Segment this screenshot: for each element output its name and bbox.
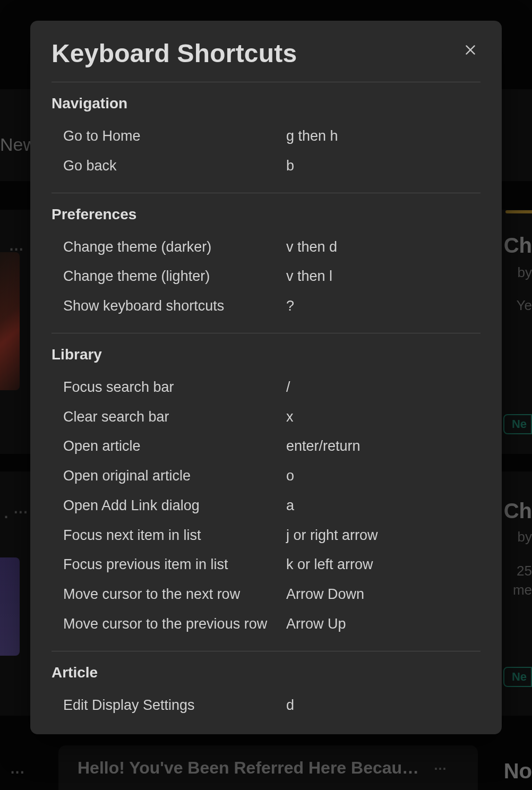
shortcut-keys: v then d xyxy=(286,238,480,256)
shortcut-action: Open Add Link dialog xyxy=(63,497,286,515)
shortcut-action: Focus search bar xyxy=(63,379,286,397)
shortcut-keys: j or right arrow xyxy=(286,527,480,545)
shortcut-row: Move cursor to the next row Arrow Down xyxy=(52,580,480,609)
shortcut-keys: o xyxy=(286,467,480,485)
shortcut-keys: k or left arrow xyxy=(286,556,480,574)
shortcut-action: Clear search bar xyxy=(63,408,286,426)
section-title: Navigation xyxy=(52,95,480,112)
shortcut-action: Edit Display Settings xyxy=(63,697,286,715)
shortcut-row: Open Add Link dialog a xyxy=(52,491,480,521)
section-navigation: Navigation Go to Home g then h Go back b xyxy=(52,82,480,193)
shortcut-row: Go back b xyxy=(52,151,480,181)
shortcut-keys: / xyxy=(286,379,480,397)
shortcut-keys: ? xyxy=(286,297,480,315)
shortcut-keys: b xyxy=(286,157,480,175)
shortcut-row: Change theme (lighter) v then l xyxy=(52,262,480,291)
section-library: Library Focus search bar / Clear search … xyxy=(52,333,480,651)
shortcut-row: Show keyboard shortcuts ? xyxy=(52,291,480,321)
shortcut-action: Show keyboard shortcuts xyxy=(63,297,286,315)
shortcut-row: Change theme (darker) v then d xyxy=(52,233,480,262)
shortcut-action: Go back xyxy=(63,157,286,175)
shortcut-action: Change theme (darker) xyxy=(63,238,286,256)
shortcut-row: Clear search bar x xyxy=(52,402,480,432)
shortcut-action: Focus next item in list xyxy=(63,527,286,545)
dialog-title: Keyboard Shortcuts xyxy=(52,39,297,68)
keyboard-shortcuts-dialog: Keyboard Shortcuts Navigation Go to Home… xyxy=(30,21,502,734)
shortcut-row: Edit Display Settings d xyxy=(52,691,480,720)
section-preferences: Preferences Change theme (darker) v then… xyxy=(52,193,480,333)
shortcut-row: Open original article o xyxy=(52,461,480,491)
shortcut-keys: v then l xyxy=(286,268,480,286)
shortcut-row: Move cursor to the previous row Arrow Up xyxy=(52,609,480,639)
shortcut-action: Open article xyxy=(63,437,286,456)
shortcut-row: Focus search bar / xyxy=(52,373,480,402)
shortcut-action: Move cursor to the previous row xyxy=(63,615,286,633)
shortcut-action: Open original article xyxy=(63,467,286,485)
shortcut-keys: g then h xyxy=(286,127,480,145)
section-article: Article Edit Display Settings d xyxy=(52,651,480,732)
shortcut-row: Focus next item in list j or right arrow xyxy=(52,521,480,551)
shortcut-keys: d xyxy=(286,697,480,715)
shortcut-keys: Arrow Up xyxy=(286,615,480,633)
section-title: Library xyxy=(52,346,480,363)
section-title: Preferences xyxy=(52,206,480,223)
shortcut-action: Change theme (lighter) xyxy=(63,268,286,286)
shortcut-keys: a xyxy=(286,497,480,515)
close-icon xyxy=(464,43,477,57)
shortcut-keys: Arrow Down xyxy=(286,586,480,604)
shortcut-action: Focus previous item in list xyxy=(63,556,286,574)
shortcut-row: Focus previous item in list k or left ar… xyxy=(52,550,480,580)
shortcut-keys: enter/return xyxy=(286,437,480,456)
section-title: Article xyxy=(52,664,480,681)
shortcut-action: Go to Home xyxy=(63,127,286,145)
close-button[interactable] xyxy=(460,40,480,60)
shortcut-row: Open article enter/return xyxy=(52,432,480,461)
shortcut-row: Go to Home g then h xyxy=(52,122,480,151)
shortcut-keys: x xyxy=(286,408,480,426)
shortcut-action: Move cursor to the next row xyxy=(63,586,286,604)
